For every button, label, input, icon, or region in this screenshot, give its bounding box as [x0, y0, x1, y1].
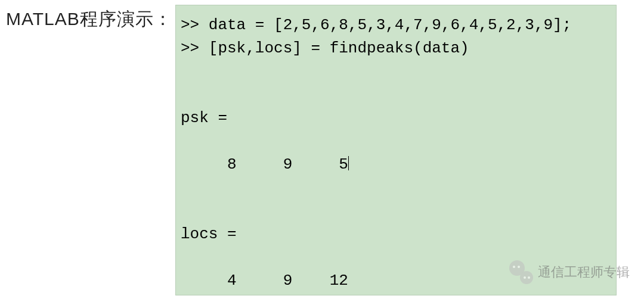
- text-cursor: [348, 156, 349, 170]
- wechat-icon: [509, 260, 533, 284]
- locs-values: 4 9 12: [181, 272, 348, 289]
- psk-label: psk =: [181, 109, 227, 127]
- code-line-1: >> data = [2,5,6,8,5,3,4,7,9,6,4,5,2,3,9…: [181, 16, 571, 34]
- watermark: 通信工程师专辑: [509, 260, 630, 284]
- matlab-output-block: >> data = [2,5,6,8,5,3,4,7,9,6,4,5,2,3,9…: [175, 5, 617, 295]
- page-title: MATLAB程序演示：: [6, 7, 172, 32]
- locs-label: locs =: [181, 225, 237, 243]
- watermark-text: 通信工程师专辑: [538, 263, 630, 281]
- code-line-2: >> [psk,locs] = findpeaks(data): [181, 39, 469, 57]
- psk-values: 8 9 5: [181, 155, 348, 173]
